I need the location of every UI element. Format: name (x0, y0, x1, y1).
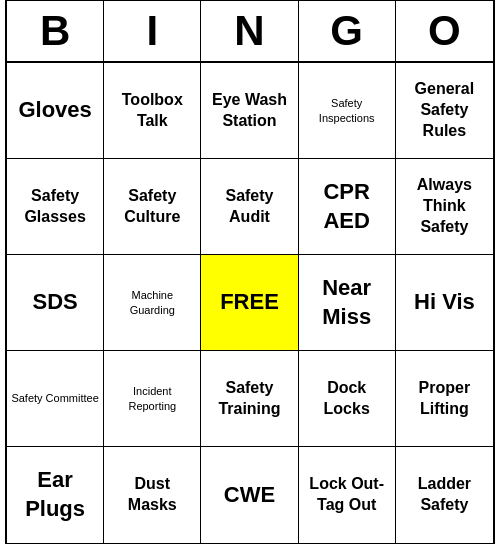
bingo-cell-10: SDS (7, 255, 104, 351)
bingo-cell-5: Safety Glasses (7, 159, 104, 255)
bingo-cell-3: Safety Inspections (299, 63, 396, 159)
header-g: G (299, 1, 396, 61)
bingo-cell-21: Dust Masks (104, 447, 201, 543)
bingo-cell-17: Safety Training (201, 351, 298, 447)
bingo-cell-18: Dock Locks (299, 351, 396, 447)
header-i: I (104, 1, 201, 61)
bingo-cell-1: Toolbox Talk (104, 63, 201, 159)
header-b: B (7, 1, 104, 61)
bingo-cell-4: General Safety Rules (396, 63, 493, 159)
bingo-cell-13: Near Miss (299, 255, 396, 351)
header-n: N (201, 1, 298, 61)
bingo-cell-0: Gloves (7, 63, 104, 159)
bingo-cell-14: Hi Vis (396, 255, 493, 351)
bingo-cell-15: Safety Committee (7, 351, 104, 447)
bingo-cell-16: Incident Reporting (104, 351, 201, 447)
bingo-cell-24: Ladder Safety (396, 447, 493, 543)
bingo-cell-22: CWE (201, 447, 298, 543)
header-o: O (396, 1, 493, 61)
bingo-header: B I N G O (7, 1, 493, 63)
bingo-cell-8: CPR AED (299, 159, 396, 255)
bingo-cell-19: Proper Lifting (396, 351, 493, 447)
bingo-cell-6: Safety Culture (104, 159, 201, 255)
bingo-grid: GlovesToolbox TalkEye Wash StationSafety… (7, 63, 493, 543)
bingo-cell-20: Ear Plugs (7, 447, 104, 543)
bingo-cell-7: Safety Audit (201, 159, 298, 255)
bingo-cell-11: Machine Guarding (104, 255, 201, 351)
bingo-cell-23: Lock Out- Tag Out (299, 447, 396, 543)
bingo-cell-9: Always Think Safety (396, 159, 493, 255)
bingo-cell-2: Eye Wash Station (201, 63, 298, 159)
bingo-card: B I N G O GlovesToolbox TalkEye Wash Sta… (5, 0, 495, 544)
bingo-cell-12: FREE (201, 255, 298, 351)
